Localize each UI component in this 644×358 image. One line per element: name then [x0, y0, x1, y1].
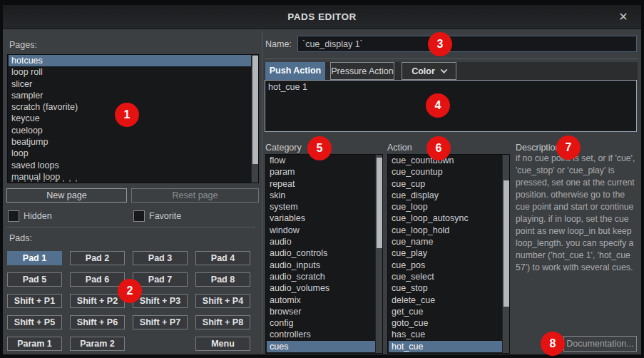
pad-button[interactable]: Pad 6 [70, 272, 125, 287]
pad-button[interactable]: Pad 5 [7, 272, 62, 287]
color-dropdown-label: Color [412, 66, 435, 76]
reset-page-button[interactable]: Reset page [131, 188, 259, 203]
pad-button[interactable]: Shift + P4 [195, 294, 250, 308]
category-list-item[interactable]: flow [267, 155, 375, 166]
action-list-item[interactable]: delete_cue [389, 295, 502, 306]
category-list: flowparamrepeatskinsystemvariableswindow… [265, 154, 383, 354]
action-list-item[interactable]: cue_loop_autosync [389, 213, 502, 224]
new-page-button[interactable]: New page [6, 188, 127, 203]
category-list-item[interactable]: audio [267, 236, 375, 247]
page-list-item[interactable]: cueloop [9, 125, 251, 136]
action-list-item[interactable]: cue_select [389, 271, 502, 282]
pad-button[interactable]: Shift + P7 [133, 315, 188, 329]
pages-list: hotcuesloop rollslicersamplerscratch (fa… [7, 54, 259, 183]
favorite-checkbox[interactable] [133, 210, 145, 222]
action-scrollbar[interactable] [502, 155, 509, 353]
pad-button[interactable]: Pad 2 [70, 251, 125, 265]
category-list-item[interactable]: audio_inputs [267, 260, 375, 271]
category-list-item[interactable]: window [267, 225, 375, 236]
action-scrollbar-thumb[interactable] [504, 180, 509, 307]
page-list-item[interactable]: hotcues [9, 55, 251, 66]
name-input[interactable] [297, 36, 637, 52]
action-textarea[interactable]: hot_cue 1 [265, 80, 637, 132]
category-list-item[interactable]: audio_scratch [267, 271, 375, 282]
pad-button[interactable]: Pad 4 [195, 251, 250, 265]
pad-button[interactable]: Shift + P5 [7, 315, 62, 329]
pad-button[interactable]: Shift + P8 [195, 315, 250, 329]
pad-button[interactable]: Pad 1 [7, 251, 62, 265]
category-list-item[interactable]: controllers [267, 329, 375, 340]
tab-push-action[interactable]: Push Action [265, 62, 325, 80]
category-list-item[interactable]: automix [267, 295, 375, 306]
name-label: Name: [265, 39, 292, 49]
action-list-item[interactable]: hot_cue [389, 341, 502, 352]
category-list-item[interactable]: system [267, 201, 375, 213]
category-list-item[interactable]: audio_volumes [267, 282, 375, 294]
pad-button[interactable]: Pad 7 [133, 272, 188, 287]
window-frame-bottom [0, 354, 644, 358]
category-list-item[interactable]: config [267, 317, 375, 329]
color-dropdown-button[interactable]: Color [402, 62, 456, 80]
action-list-item[interactable]: get_cue [389, 306, 502, 317]
panel-divider [262, 31, 262, 354]
pages-rows: hotcuesloop rollslicersamplerscratch (fa… [9, 55, 251, 183]
page-list-item[interactable]: loop [9, 148, 251, 159]
category-scrollbar[interactable] [375, 155, 382, 353]
pad-button[interactable]: Param 2 [70, 337, 125, 351]
window-frame-right [641, 0, 644, 358]
window-frame-top [0, 0, 644, 5]
page-list-item[interactable]: beatjump [9, 136, 251, 148]
action-list-item[interactable]: cue_loop_hold [389, 225, 502, 236]
pages-scrollbar-thumb[interactable] [252, 56, 258, 164]
action-list-item[interactable]: cue_pos [389, 260, 502, 271]
action-list-item[interactable]: cue_countdown [389, 155, 502, 166]
pad-button[interactable]: Shift + P2 [70, 294, 125, 308]
pad-button[interactable]: Pad 8 [195, 272, 250, 287]
pads-grid: Pad 1Pad 2Pad 3Pad 4Pad 5Pad 6Pad 7Pad 8… [7, 251, 250, 351]
tab-pressure-action[interactable]: Pressure Action [330, 62, 394, 80]
pad-button[interactable]: Pad 3 [133, 251, 188, 265]
annotation-badge: 8 [541, 332, 565, 356]
page-list-item[interactable]: saved loops [9, 160, 251, 171]
action-list-item[interactable]: cue_name [389, 236, 502, 247]
category-list-item[interactable]: skin [267, 190, 375, 201]
page-list-item[interactable]: scratch (favorite) [9, 101, 251, 113]
category-list-item[interactable]: cues [267, 341, 375, 352]
tab-strip: Push Action Pressure Action Color [265, 62, 638, 80]
category-rows: flowparamrepeatskinsystemvariableswindow… [267, 155, 375, 353]
category-list-item[interactable]: param [267, 166, 375, 178]
hidden-checkbox[interactable] [8, 210, 19, 222]
pad-button[interactable]: Shift + P3 [133, 294, 188, 308]
category-scrollbar-thumb[interactable] [377, 158, 382, 248]
category-list-item[interactable]: repeat [267, 178, 375, 190]
pad-button[interactable]: Param 1 [7, 337, 62, 351]
category-list-item[interactable]: audio_controls [267, 247, 375, 259]
documentation-button[interactable]: Documentation... [563, 336, 637, 352]
pad-button[interactable]: Menu [195, 337, 250, 351]
action-list-item[interactable]: cue_countup [389, 166, 502, 178]
page-list-item[interactable]: keycue [9, 113, 251, 124]
pads-editor-window: PADS EDITOR ✕ Pages: hotcuesloop rollsli… [0, 0, 644, 358]
action-list-item[interactable]: cue_stop [389, 282, 502, 294]
action-list-item[interactable]: cue_cup [389, 178, 502, 190]
page-list-item[interactable]: loop roll [9, 66, 251, 78]
category-list-item[interactable]: variables [267, 213, 375, 224]
close-icon[interactable]: ✕ [615, 10, 631, 24]
page-list-item[interactable]: slicer [9, 78, 251, 90]
action-list-item[interactable]: has_cue [389, 329, 502, 340]
page-list-item[interactable]: sampler [9, 90, 251, 101]
favorite-checkbox-label: Favorite [149, 211, 181, 221]
titlebar: PADS EDITOR ✕ [3, 5, 641, 29]
pages-label: Pages: [9, 40, 37, 50]
action-list-item[interactable]: cue_display [389, 190, 502, 201]
action-list-item[interactable]: cue_play [389, 247, 502, 259]
pad-button[interactable]: Shift + P6 [70, 315, 125, 329]
pages-scrollbar[interactable] [251, 55, 258, 183]
category-list-item[interactable]: browser [267, 306, 375, 317]
clipped-page-item [11, 180, 250, 182]
action-list-item[interactable]: cue_loop [389, 201, 502, 213]
action-rows: cue_countdowncue_countupcue_cupcue_displ… [389, 155, 502, 353]
pad-button[interactable]: Shift + P1 [7, 294, 62, 308]
action-list-item[interactable]: goto_cue [389, 317, 502, 329]
pads-label: Pads: [9, 233, 32, 243]
